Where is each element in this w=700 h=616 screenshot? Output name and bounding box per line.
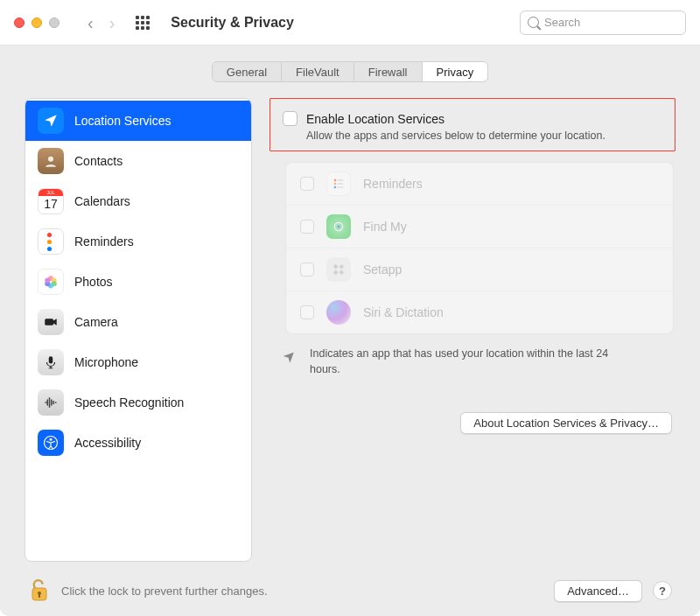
enable-location-row[interactable]: Enable Location Services xyxy=(283,111,659,126)
zoom-window-button[interactable] xyxy=(49,18,60,28)
advanced-button[interactable]: Advanced… xyxy=(554,580,642,602)
calendar-icon: JUL 17 xyxy=(38,188,64,214)
nav-arrows: ‹ › xyxy=(88,14,115,32)
reminders-icon xyxy=(38,228,64,255)
accessibility-icon xyxy=(38,430,64,456)
tab-privacy[interactable]: Privacy xyxy=(423,62,488,81)
sidebar-item-speech-recognition[interactable]: Speech Recognition xyxy=(25,382,251,423)
svg-rect-25 xyxy=(38,593,40,598)
app-row-setapp[interactable]: Setapp xyxy=(286,248,673,291)
indicator-text: Indicates an app that has used your loca… xyxy=(310,346,625,377)
waveform-icon xyxy=(38,389,64,416)
minimize-window-button[interactable] xyxy=(32,18,42,28)
app-checkbox[interactable] xyxy=(300,262,314,276)
svg-point-11 xyxy=(334,179,337,182)
segmented-tabs: General FileVault Firewall Privacy xyxy=(212,61,488,82)
contacts-icon xyxy=(38,148,64,174)
show-all-prefs-button[interactable] xyxy=(136,16,150,30)
sidebar-item-label: Speech Recognition xyxy=(74,396,184,410)
photos-icon xyxy=(38,269,64,295)
sidebar-item-calendars[interactable]: JUL 17 Calendars xyxy=(25,181,251,221)
search-input[interactable]: Search xyxy=(520,10,686,35)
app-checkbox[interactable] xyxy=(300,220,314,234)
svg-point-18 xyxy=(337,225,340,228)
body-area: General FileVault Firewall Privacy Locat… xyxy=(0,46,700,616)
svg-point-10 xyxy=(50,438,52,441)
sidebar-item-label: Reminders xyxy=(74,234,134,248)
about-location-services-button[interactable]: About Location Services & Privacy… xyxy=(460,412,672,434)
find-my-icon xyxy=(326,214,351,239)
help-button[interactable]: ? xyxy=(653,581,672,600)
app-row-find-my[interactable]: Find My xyxy=(286,206,673,248)
sidebar-item-label: Accessibility xyxy=(74,436,141,450)
sidebar-item-accessibility[interactable]: Accessibility xyxy=(25,423,251,463)
footer-text: Click the lock to prevent further change… xyxy=(61,584,543,598)
columns: Location Services Contacts JUL 17 Calend… xyxy=(24,98,676,562)
lock-button[interactable] xyxy=(28,578,51,604)
traffic-lights xyxy=(14,18,60,28)
location-arrow-icon xyxy=(38,108,64,134)
privacy-sidebar: Location Services Contacts JUL 17 Calend… xyxy=(24,98,252,562)
sidebar-item-label: Camera xyxy=(74,315,118,329)
sidebar-item-label: Calendars xyxy=(74,194,130,208)
svg-rect-7 xyxy=(45,318,53,326)
sidebar-item-label: Location Services xyxy=(74,114,172,128)
location-arrow-icon: ➤ xyxy=(279,345,311,376)
sidebar-item-contacts[interactable]: Contacts xyxy=(25,141,251,181)
svg-rect-14 xyxy=(338,183,344,184)
svg-rect-16 xyxy=(338,186,344,187)
tab-filevault[interactable]: FileVault xyxy=(282,62,354,81)
camera-icon xyxy=(38,309,64,335)
sidebar-item-label: Microphone xyxy=(74,355,138,369)
window: ‹ › Security & Privacy Search General Fi… xyxy=(0,0,700,616)
sidebar-item-label: Contacts xyxy=(74,154,122,168)
detail-panel: Enable Location Services Allow the apps … xyxy=(270,98,676,562)
close-window-button[interactable] xyxy=(14,18,24,28)
titlebar: ‹ › Security & Privacy Search xyxy=(0,0,700,46)
svg-point-13 xyxy=(334,183,337,186)
search-icon xyxy=(528,17,539,28)
microphone-icon xyxy=(38,349,64,375)
app-label: Find My xyxy=(363,220,407,234)
svg-rect-21 xyxy=(333,270,339,276)
sidebar-item-label: Photos xyxy=(74,275,113,289)
window-title: Security & Privacy xyxy=(171,15,294,31)
app-row-reminders[interactable]: Reminders xyxy=(286,163,673,206)
svg-rect-12 xyxy=(338,179,344,180)
sidebar-item-camera[interactable]: Camera xyxy=(25,302,251,342)
footer: Click the lock to prevent further change… xyxy=(24,562,676,606)
search-placeholder: Search xyxy=(544,16,580,29)
usage-indicator-note: ➤ Indicates an app that has used your lo… xyxy=(270,334,676,381)
sidebar-item-microphone[interactable]: Microphone xyxy=(25,342,251,382)
siri-icon xyxy=(326,300,351,325)
svg-rect-22 xyxy=(340,270,345,276)
svg-point-15 xyxy=(334,186,337,189)
enable-location-highlight: Enable Location Services Allow the apps … xyxy=(270,98,676,151)
app-label: Siri & Dictation xyxy=(363,305,444,319)
back-button[interactable]: ‹ xyxy=(88,14,94,32)
svg-point-0 xyxy=(48,157,53,162)
app-label: Setapp xyxy=(363,262,402,276)
svg-rect-8 xyxy=(49,356,53,363)
sidebar-item-location-services[interactable]: Location Services xyxy=(25,101,251,141)
enable-location-checkbox[interactable] xyxy=(283,111,298,126)
sidebar-item-reminders[interactable]: Reminders xyxy=(25,221,251,262)
enable-location-label: Enable Location Services xyxy=(306,112,444,126)
tab-firewall[interactable]: Firewall xyxy=(354,62,423,81)
svg-rect-19 xyxy=(333,264,339,270)
setapp-icon xyxy=(326,257,351,282)
enable-location-subtext: Allow the apps and services below to det… xyxy=(306,130,659,142)
app-label: Reminders xyxy=(363,177,423,191)
app-checkbox[interactable] xyxy=(300,305,314,319)
location-apps-list: Reminders Find My Seta xyxy=(285,162,674,334)
svg-point-6 xyxy=(45,278,50,284)
forward-button[interactable]: › xyxy=(109,14,116,32)
app-checkbox[interactable] xyxy=(300,177,314,191)
tab-general[interactable]: General xyxy=(213,62,282,81)
app-row-siri-dictation[interactable]: Siri & Dictation xyxy=(286,291,673,333)
svg-rect-20 xyxy=(340,264,345,270)
sidebar-item-photos[interactable]: Photos xyxy=(25,262,251,302)
reminders-icon xyxy=(326,172,351,196)
